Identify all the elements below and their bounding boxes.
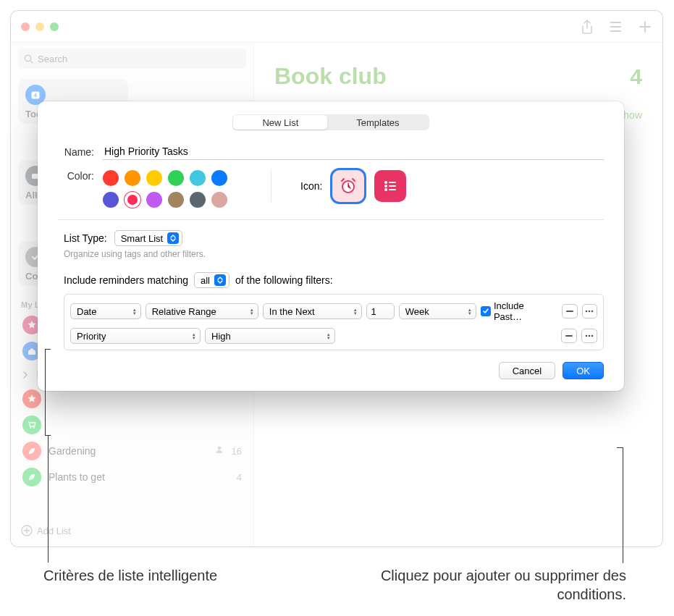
list-title: Book club (274, 63, 387, 90)
color-swatch[interactable] (168, 170, 184, 186)
filter-value-select[interactable]: High▴▾ (205, 328, 335, 344)
svg-point-22 (589, 335, 591, 337)
list-name: Plants to get (49, 471, 229, 483)
svg-point-7 (22, 526, 32, 536)
remove-filter-button[interactable] (562, 304, 577, 318)
tab-templates[interactable]: Templates (327, 115, 428, 130)
updown-icon: ▴▾ (327, 332, 330, 339)
include-past-checkbox[interactable]: Include Past… (481, 300, 553, 322)
color-swatch[interactable] (190, 170, 206, 186)
color-swatch[interactable] (190, 192, 206, 208)
ellipsis-icon (585, 334, 594, 337)
annotation-hook-right (617, 447, 623, 448)
sheet-tabs: New List Templates (232, 114, 429, 130)
minus-icon (566, 311, 573, 312)
color-swatch[interactable] (103, 170, 119, 186)
ok-button[interactable]: OK (563, 362, 604, 379)
color-swatch[interactable] (103, 192, 119, 208)
more-filter-button[interactable] (582, 304, 597, 318)
sidebar-list-gardening[interactable]: Gardening 16 (18, 438, 246, 464)
search-input[interactable] (38, 54, 240, 64)
svg-point-8 (342, 180, 355, 193)
list-type-select[interactable]: Smart List (114, 230, 183, 246)
tab-new-list[interactable]: New List (233, 115, 327, 130)
add-list-button[interactable]: Add List (18, 520, 74, 541)
svg-point-0 (25, 55, 30, 61)
minus-icon (565, 335, 573, 337)
color-swatch[interactable] (211, 192, 227, 208)
star-icon (22, 389, 41, 408)
updown-icon: ▴▾ (133, 308, 136, 315)
include-past-label: Include Past… (494, 300, 553, 322)
updown-icon: ▴▾ (354, 308, 357, 315)
color-swatch[interactable] (146, 192, 162, 208)
cancel-button[interactable]: Cancel (499, 362, 555, 379)
window-controls (21, 22, 59, 31)
filter-field-select[interactable]: Priority▴▾ (70, 328, 201, 344)
svg-rect-13 (389, 182, 396, 183)
annotation-text-right: Cliquez pour ajouter ou supprimer des co… (322, 566, 626, 604)
svg-point-6 (217, 447, 221, 450)
minimize-window-button[interactable] (35, 22, 44, 31)
smart-all-label: All (25, 190, 38, 201)
zoom-window-button[interactable] (50, 22, 59, 31)
svg-rect-15 (389, 189, 396, 190)
sidebar-list-plants[interactable]: Plants to get 4 (18, 464, 246, 490)
filter-field-select[interactable]: Date▴▾ (70, 303, 141, 319)
svg-point-21 (586, 335, 588, 337)
icon-label: Icon: (300, 180, 322, 192)
filter-op-select[interactable]: Relative Range▴▾ (146, 303, 258, 319)
svg-point-9 (343, 182, 353, 192)
filter-direction-select[interactable]: In the Next▴▾ (263, 303, 362, 319)
annotation-line-right (623, 447, 623, 563)
color-swatch[interactable] (168, 192, 184, 208)
list-layout-icon[interactable] (609, 20, 623, 34)
search-icon (24, 54, 33, 64)
svg-point-23 (591, 335, 594, 337)
svg-rect-20 (565, 335, 573, 337)
icon-option-bullets[interactable] (374, 170, 406, 202)
share-icon[interactable] (580, 20, 594, 34)
more-filter-button[interactable] (581, 329, 597, 343)
svg-point-18 (589, 311, 591, 313)
svg-text:4: 4 (34, 93, 37, 98)
list-type-value: Smart List (121, 233, 164, 244)
name-label: Name: (58, 146, 94, 158)
search-field[interactable] (18, 48, 246, 69)
svg-point-5 (33, 427, 35, 429)
svg-rect-1 (32, 92, 40, 99)
color-swatch[interactable] (211, 170, 227, 186)
title-bar (11, 11, 662, 43)
annotation-line-left (48, 436, 49, 562)
new-list-sheet: New List Templates Name: Color: Icon: (38, 101, 624, 391)
list-count: 16 (232, 446, 242, 457)
section-divider (58, 219, 604, 220)
updown-icon: ▴▾ (250, 308, 253, 315)
svg-point-11 (384, 185, 387, 187)
sidebar-list-item[interactable] (18, 412, 246, 438)
remove-filter-button[interactable] (561, 329, 577, 343)
list-count: 4 (630, 64, 642, 89)
match-mode-select[interactable]: all (194, 272, 229, 288)
color-swatch[interactable] (125, 170, 140, 186)
list-name-input[interactable] (103, 143, 604, 160)
filter-count-stepper[interactable]: 1 (366, 303, 395, 319)
svg-point-4 (30, 427, 31, 429)
icon-option-alarm[interactable] (332, 170, 364, 202)
color-swatch[interactable] (146, 170, 162, 186)
leaf-icon (22, 442, 41, 460)
list-type-hint: Organize using tags and other filters. (64, 249, 604, 259)
svg-point-10 (384, 181, 387, 184)
ellipsis-icon (585, 310, 594, 313)
updown-icon: ▴▾ (468, 308, 471, 315)
svg-point-12 (384, 188, 387, 191)
updown-icon (214, 274, 226, 286)
close-window-button[interactable] (21, 22, 30, 31)
color-swatch[interactable] (125, 192, 140, 208)
list-count: 4 (237, 472, 242, 483)
svg-rect-16 (566, 311, 573, 312)
svg-rect-14 (389, 185, 396, 187)
new-reminder-icon[interactable] (638, 20, 652, 34)
filter-unit-select[interactable]: Week▴▾ (399, 303, 476, 319)
annotation-text-left: Critères de liste intelligente (43, 566, 217, 585)
